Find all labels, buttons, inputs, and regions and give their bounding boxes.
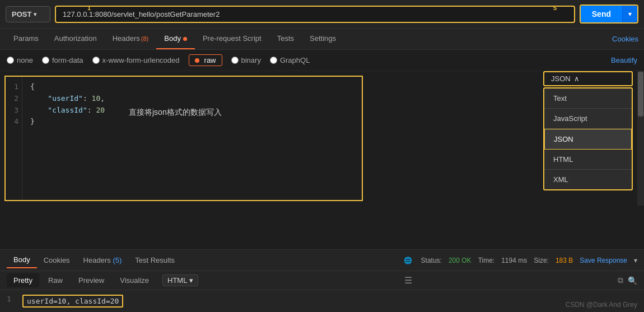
- status-code: 200 OK: [449, 257, 472, 264]
- method-arrow-icon: ▾: [34, 11, 36, 17]
- cookies-link[interactable]: Cookies: [612, 35, 638, 43]
- tab-headers[interactable]: Headers(8): [105, 29, 157, 49]
- response-icons: ☰: [404, 275, 412, 286]
- status-label: Status:: [421, 257, 442, 264]
- resp-tab-preview[interactable]: Preview: [72, 273, 111, 287]
- code-content: { "userId": 10, "classId": 20 }: [26, 77, 362, 132]
- status-area: 🌐 Status: 200 OK Time: 1194 ms Size: 183…: [404, 257, 637, 264]
- annotation-5: 5: [553, 4, 557, 11]
- response-format-label: HTML: [167, 276, 187, 285]
- resp-tab-visualize[interactable]: Visualize: [113, 273, 156, 287]
- response-format-arrow-icon: ▾: [189, 276, 193, 285]
- size-label: Size:: [534, 257, 549, 264]
- format-option-json[interactable]: JSON: [544, 129, 632, 150]
- body-type-none[interactable]: none: [7, 56, 33, 64]
- body-dot: [183, 37, 187, 41]
- resp-tab-raw[interactable]: Raw: [41, 273, 69, 287]
- scrollbar[interactable]: [637, 71, 644, 206]
- copy-icon[interactable]: ⧉: [618, 276, 623, 285]
- body-type-urlencoded[interactable]: x-www-form-urlencoded: [92, 56, 180, 64]
- main-area: 1234 { "userId": 10, "classId": 20 } 直接将…: [0, 71, 644, 206]
- json-format-label: JSON: [551, 74, 571, 83]
- json-dropdown-menu: Text JavaScript JSON HTML XML: [543, 87, 633, 190]
- json-dropdown-container: JSON ∧ Text JavaScript JSON HTML XML: [543, 71, 633, 190]
- tab-params[interactable]: Params: [6, 29, 46, 49]
- code-editor[interactable]: 1234 { "userId": 10, "classId": 20 } 直接将…: [4, 76, 363, 201]
- response-time: 1194 ms: [501, 257, 527, 264]
- method-label: POST: [12, 10, 31, 18]
- body-type-binary[interactable]: binary: [231, 56, 261, 64]
- search-icon[interactable]: 🔍: [628, 276, 637, 285]
- filter-icon[interactable]: ☰: [404, 275, 412, 286]
- scrollbar-thumb: [638, 72, 643, 117]
- body-type-form-data[interactable]: form-data: [42, 56, 83, 64]
- send-button[interactable]: Send: [581, 6, 622, 22]
- method-select[interactable]: POST ▾: [6, 6, 50, 22]
- response-line-1: 1 userId=10, classId=20: [7, 295, 637, 308]
- tab-pre-request[interactable]: Pre-request Script: [195, 29, 269, 49]
- json-format-trigger[interactable]: JSON ∧: [543, 71, 633, 86]
- send-dropdown-button[interactable]: ▾: [622, 6, 637, 22]
- resp-tab-pretty[interactable]: Pretty: [7, 273, 39, 287]
- request-tabs: Params Authorization Headers(8) Body Pre…: [0, 29, 644, 50]
- line-numbers: 1234: [6, 77, 22, 200]
- response-tab-test-results[interactable]: Test Results: [128, 253, 181, 268]
- tab-body[interactable]: Body: [156, 29, 195, 49]
- response-content: 1 userId=10, classId=20: [0, 290, 644, 312]
- raw-dot-icon: [195, 58, 199, 63]
- time-label: Time:: [478, 257, 495, 264]
- save-response-arrow-icon[interactable]: ▾: [634, 257, 637, 264]
- format-option-javascript[interactable]: JavaScript: [544, 109, 632, 129]
- response-view-row: Pretty Raw Preview Visualize HTML ▾ ☰ ⧉ …: [0, 271, 644, 290]
- bottom-section: Body Cookies Headers (5) Test Results 🌐 …: [0, 249, 644, 312]
- tab-authorization[interactable]: Authorization: [46, 29, 105, 49]
- save-response-link[interactable]: Save Response: [580, 257, 627, 264]
- json-format-arrow-icon: ∧: [574, 74, 580, 83]
- response-size: 183 B: [556, 257, 573, 264]
- url-input[interactable]: [55, 6, 575, 23]
- tab-tests[interactable]: Tests: [269, 29, 302, 49]
- response-format-selector[interactable]: HTML ▾: [162, 274, 198, 286]
- format-option-xml[interactable]: XML: [544, 170, 632, 189]
- body-type-graphql[interactable]: GraphQL: [270, 56, 310, 64]
- globe-icon: 🌐: [404, 257, 412, 264]
- resp-line-num: 1: [7, 295, 16, 308]
- chinese-hint: 直接将json格式的数据写入: [129, 108, 222, 118]
- format-option-html[interactable]: HTML: [544, 150, 632, 170]
- response-tab-headers[interactable]: Headers (5): [77, 253, 129, 268]
- format-option-text[interactable]: Text: [544, 89, 632, 109]
- url-bar: POST ▾ Send ▾: [0, 0, 644, 29]
- send-group: Send ▾: [580, 4, 638, 24]
- response-tabs-row: Body Cookies Headers (5) Test Results 🌐 …: [0, 250, 644, 271]
- watermark: CSDN @Dark And Grey: [566, 301, 637, 309]
- tab-settings[interactable]: Settings: [302, 29, 344, 49]
- body-type-row: none form-data x-www-form-urlencoded raw…: [0, 50, 644, 71]
- response-value: userId=10, classId=20: [22, 295, 123, 308]
- response-tab-cookies[interactable]: Cookies: [37, 253, 77, 268]
- beautify-link[interactable]: Beautify: [611, 56, 637, 64]
- annotation-1: 1: [87, 4, 91, 11]
- response-tab-body[interactable]: Body: [7, 252, 37, 268]
- body-type-raw-btn[interactable]: raw: [189, 54, 222, 66]
